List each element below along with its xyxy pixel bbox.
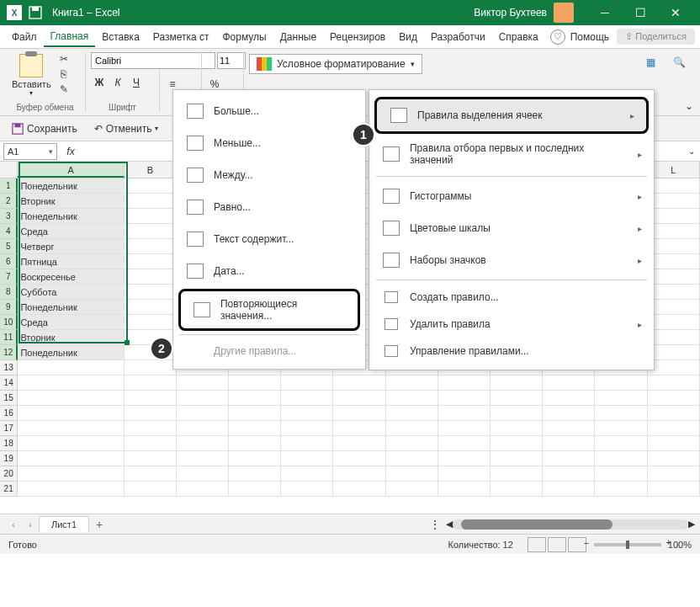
cell[interactable]: [125, 178, 177, 194]
cell[interactable]: [648, 391, 700, 406]
cell[interactable]: Понедельник: [18, 209, 124, 224]
cell[interactable]: [333, 482, 385, 497]
cell[interactable]: [491, 375, 543, 391]
cell[interactable]: [386, 391, 438, 406]
cf-menu-item[interactable]: Наборы значков▸: [369, 244, 654, 276]
cf-menu-item[interactable]: Гистограммы▸: [369, 180, 654, 212]
menu-файл[interactable]: Файл: [5, 28, 44, 46]
cf-menu-item[interactable]: Правила отбора первых и последних значен…: [369, 136, 654, 173]
save-qat-icon[interactable]: [29, 6, 42, 19]
cell[interactable]: [648, 330, 700, 345]
cell[interactable]: [595, 451, 647, 466]
cell[interactable]: [386, 406, 438, 421]
cell[interactable]: [125, 209, 177, 224]
cell[interactable]: [648, 254, 700, 269]
cell[interactable]: [281, 406, 333, 421]
menu-данные[interactable]: Данные: [273, 28, 323, 46]
cell[interactable]: [18, 406, 124, 421]
cell[interactable]: [648, 466, 700, 482]
save-button[interactable]: Сохранить: [7, 120, 82, 137]
cell[interactable]: [648, 406, 700, 421]
cell[interactable]: [491, 421, 543, 436]
cell[interactable]: [125, 224, 177, 239]
cell[interactable]: [595, 436, 647, 451]
row-header[interactable]: 16: [0, 406, 18, 421]
horizontal-scrollbar[interactable]: [453, 519, 688, 530]
cell[interactable]: Вторник: [18, 330, 124, 345]
cell[interactable]: [648, 224, 700, 239]
row-header[interactable]: 1: [0, 178, 18, 194]
cell[interactable]: [125, 269, 177, 285]
cell[interactable]: [177, 466, 229, 482]
cell[interactable]: [648, 451, 700, 466]
cell[interactable]: [438, 375, 491, 391]
cell[interactable]: [595, 375, 647, 391]
highlight-menu-item[interactable]: Равно...: [173, 191, 365, 223]
row-header[interactable]: 4: [0, 224, 18, 239]
highlight-menu-item[interactable]: Между...: [173, 159, 365, 191]
name-box[interactable]: A1▾: [3, 143, 57, 160]
cell[interactable]: [491, 436, 543, 451]
cut-icon[interactable]: ✂: [56, 52, 72, 66]
col-header-A[interactable]: A: [18, 162, 124, 178]
add-sheet-button[interactable]: +: [89, 518, 109, 531]
cell[interactable]: [229, 375, 281, 391]
cell[interactable]: [18, 436, 124, 451]
cell[interactable]: Понедельник: [18, 178, 124, 194]
highlight-menu-item[interactable]: Повторяющиеся значения...: [178, 289, 360, 331]
cell[interactable]: [229, 466, 281, 482]
cell[interactable]: [125, 194, 177, 209]
cell[interactable]: Вторник: [18, 194, 124, 209]
cell[interactable]: [229, 436, 281, 451]
cell[interactable]: [543, 375, 595, 391]
cell[interactable]: [491, 451, 543, 466]
maximize-button[interactable]: ☐: [623, 1, 658, 24]
cell[interactable]: [333, 406, 385, 421]
cell[interactable]: [543, 406, 595, 421]
cell[interactable]: [18, 466, 124, 482]
row-header[interactable]: 14: [0, 375, 18, 391]
sheet-nav-left[interactable]: ‹: [5, 519, 22, 530]
close-button[interactable]: ✕: [658, 1, 693, 24]
cell[interactable]: [18, 391, 124, 406]
cell[interactable]: [125, 375, 177, 391]
cell[interactable]: [543, 451, 595, 466]
cell[interactable]: [125, 451, 177, 466]
share-button[interactable]: ⇪ Поделиться: [617, 29, 695, 45]
tell-me-label[interactable]: Помощь: [570, 31, 609, 43]
cell[interactable]: [386, 375, 438, 391]
row-header[interactable]: 19: [0, 451, 18, 466]
cell[interactable]: [125, 421, 177, 436]
cell[interactable]: [125, 239, 177, 254]
cell[interactable]: [438, 421, 491, 436]
paste-button[interactable]: Вставить ▾: [10, 52, 53, 99]
cell[interactable]: [491, 466, 543, 482]
cf-menu-item[interactable]: Правила выделения ячеек▸: [374, 97, 649, 134]
cell[interactable]: [648, 194, 700, 209]
row-header[interactable]: 11: [0, 330, 18, 345]
cell[interactable]: [333, 466, 385, 482]
cell[interactable]: [125, 406, 177, 421]
cell[interactable]: [18, 482, 124, 497]
row-header[interactable]: 18: [0, 436, 18, 451]
row-header[interactable]: 3: [0, 209, 18, 224]
cell[interactable]: [648, 482, 700, 497]
cell[interactable]: [333, 436, 385, 451]
menu-справка[interactable]: Справка: [492, 28, 545, 46]
cell[interactable]: [281, 436, 333, 451]
cf-menu-item[interactable]: Управление правилами...: [369, 338, 654, 365]
cell[interactable]: [125, 300, 177, 315]
cell[interactable]: [177, 436, 229, 451]
cell[interactable]: [648, 421, 700, 436]
cell[interactable]: Воскресенье: [18, 269, 124, 285]
cell[interactable]: [438, 391, 491, 406]
lightbulb-icon[interactable]: ♡: [550, 29, 565, 45]
bold-button[interactable]: Ж: [91, 74, 108, 91]
cell[interactable]: Пятница: [18, 254, 124, 269]
undo-button[interactable]: ↶ Отменить ▾: [89, 120, 164, 137]
cell[interactable]: [125, 436, 177, 451]
cell[interactable]: [18, 375, 124, 391]
cell[interactable]: [438, 436, 491, 451]
cell[interactable]: [281, 482, 333, 497]
row-header[interactable]: 21: [0, 482, 18, 497]
